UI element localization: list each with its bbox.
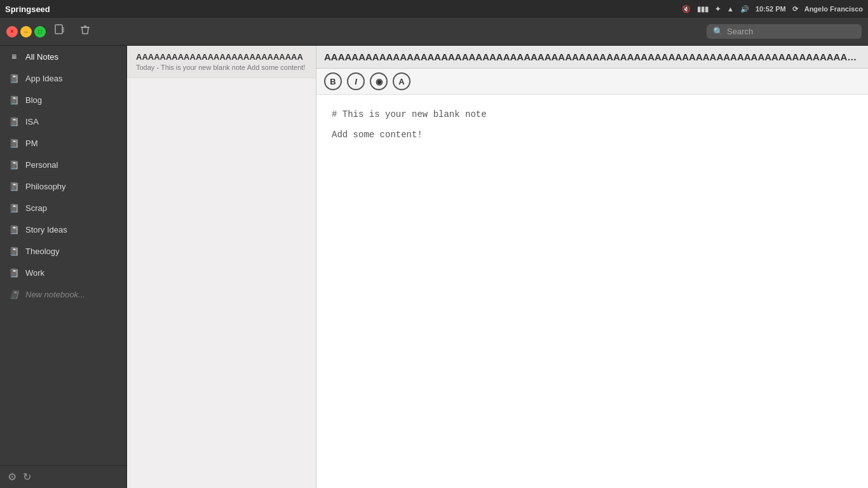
sidebar-item-label: Personal bbox=[25, 160, 58, 170]
toolbar-left: × – □ bbox=[6, 21, 97, 42]
note-body: Add some content! bbox=[332, 128, 853, 142]
editor-title[interactable]: AAAAAAAAAAAAAAAAAAAAAAAAAAAAAAAAAAAAAAAA… bbox=[316, 51, 868, 62]
search-icon: 🔍 bbox=[713, 27, 723, 36]
notebook-icon-blog: 📓 bbox=[9, 95, 19, 105]
bluetooth-icon: ✦ bbox=[715, 5, 721, 13]
sidebar-item-label: Scrap bbox=[25, 203, 47, 213]
clock: 10:52 PM bbox=[756, 5, 786, 13]
sidebar-item-scrap[interactable]: 📓 Scrap bbox=[0, 197, 126, 219]
sidebar-item-label: All Notes bbox=[25, 52, 58, 62]
editor-content[interactable]: # This is your new blank note Add some c… bbox=[316, 95, 868, 488]
close-button[interactable]: × bbox=[6, 26, 18, 37]
note-list-item[interactable]: AAAAAAAAAAAAAAAAAAAAAAAAAAAA Today - Thi… bbox=[127, 46, 316, 78]
notebook-icon-theology: 📓 bbox=[9, 246, 19, 256]
sidebar-item-label: Philosophy bbox=[25, 182, 66, 191]
new-notebook-item[interactable]: 📓 New notebook... bbox=[0, 283, 126, 305]
text-style-button[interactable]: A bbox=[393, 72, 410, 90]
note-preview-text: - This is your new blank note Add some c… bbox=[156, 64, 305, 71]
notebook-icon-personal: 📓 bbox=[9, 159, 19, 170]
app-title: Springseed bbox=[5, 4, 50, 14]
editor-area: AAAAAAAAAAAAAAAAAAAAAAAAAAAAAAAAAAAAAAAA… bbox=[316, 46, 868, 488]
sidebar-item-label: PM bbox=[25, 139, 38, 148]
editor-title-bar: AAAAAAAAAAAAAAAAAAAAAAAAAAAAAAAAAAAAAAAA… bbox=[316, 46, 868, 69]
sidebar-item-label: Story Ideas bbox=[25, 225, 67, 234]
sync-button[interactable]: ↻ bbox=[23, 471, 31, 483]
toolbar-right: 🔍 bbox=[707, 24, 862, 39]
toolbar: × – □ 🔍 bbox=[0, 18, 868, 46]
sidebar-item-label: Work bbox=[25, 268, 44, 278]
sidebar-item-personal[interactable]: 📓 Personal bbox=[0, 154, 126, 175]
notes-list: AAAAAAAAAAAAAAAAAAAAAAAAAAAA Today - Thi… bbox=[127, 46, 316, 488]
sync-status-icon: ⟳ bbox=[792, 5, 798, 13]
settings-button[interactable]: ⚙ bbox=[8, 471, 17, 483]
notebook-icon-scrap: 📓 bbox=[9, 203, 19, 213]
maximize-button[interactable]: □ bbox=[34, 26, 46, 37]
notebook-icon-isa: 📓 bbox=[9, 116, 19, 126]
sidebar-footer: ⚙ ↻ bbox=[0, 465, 126, 488]
new-notebook-label: New notebook... bbox=[25, 290, 85, 299]
note-date: Today - This is your new blank note Add … bbox=[136, 64, 307, 71]
title-bar-right: 🔇 ▮▮▮ ✦ ▲ 🔊 10:52 PM ⟳ Angelo Francisco bbox=[682, 5, 863, 13]
title-bar: Springseed 🔇 ▮▮▮ ✦ ▲ 🔊 10:52 PM ⟳ Angelo… bbox=[0, 0, 868, 18]
new-notebook-icon: 📓 bbox=[9, 289, 19, 299]
note-title: AAAAAAAAAAAAAAAAAAAAAAAAAAAA bbox=[136, 52, 307, 62]
sidebar-item-label: Theology bbox=[25, 247, 59, 256]
main-area: ≡ All Notes 📓 App Ideas 📓 Blog 📓 ISA 📓 P… bbox=[0, 46, 868, 488]
mute-icon: 🔇 bbox=[682, 5, 691, 13]
notebook-icon-pm: 📓 bbox=[9, 138, 19, 148]
sidebar-item-app-ideas[interactable]: 📓 App Ideas bbox=[0, 67, 126, 89]
sidebar-item-philosophy[interactable]: 📓 Philosophy bbox=[0, 175, 126, 197]
sidebar-item-blog[interactable]: 📓 Blog bbox=[0, 89, 126, 111]
minimize-button[interactable]: – bbox=[20, 26, 32, 37]
sidebar-item-pm[interactable]: 📓 PM bbox=[0, 132, 126, 154]
sidebar-item-label: Blog bbox=[25, 95, 42, 105]
title-bar-left: Springseed bbox=[5, 4, 50, 14]
notebook-icon-app-ideas: 📓 bbox=[9, 73, 19, 83]
note-heading: # This is your new blank note bbox=[332, 107, 853, 121]
wifi-icon: ▲ bbox=[727, 5, 734, 13]
sidebar: ≡ All Notes 📓 App Ideas 📓 Blog 📓 ISA 📓 P… bbox=[0, 46, 127, 488]
bullet-button[interactable]: ◉ bbox=[370, 72, 388, 90]
notebook-icon-story-ideas: 📓 bbox=[9, 224, 19, 234]
sidebar-item-story-ideas[interactable]: 📓 Story Ideas bbox=[0, 219, 126, 240]
sidebar-item-all-notes[interactable]: ≡ All Notes bbox=[0, 46, 126, 67]
sidebar-item-theology[interactable]: 📓 Theology bbox=[0, 240, 126, 262]
search-box[interactable]: 🔍 bbox=[707, 24, 862, 39]
italic-button[interactable]: I bbox=[347, 72, 365, 90]
svg-rect-0 bbox=[55, 25, 62, 34]
delete-button[interactable] bbox=[74, 21, 97, 42]
editor-toolbar: B I ◉ A bbox=[316, 69, 868, 95]
volume-icon: 🔊 bbox=[740, 5, 749, 13]
notebook-icon-work: 📓 bbox=[9, 268, 19, 278]
export-button[interactable] bbox=[48, 21, 71, 42]
battery-icon: ▮▮▮ bbox=[697, 5, 709, 13]
user-name: Angelo Francisco bbox=[804, 5, 863, 13]
search-input[interactable] bbox=[727, 27, 854, 36]
sidebar-item-isa[interactable]: 📓 ISA bbox=[0, 111, 126, 132]
notebook-icon-philosophy: 📓 bbox=[9, 181, 19, 191]
sidebar-item-work[interactable]: 📓 Work bbox=[0, 262, 126, 283]
sidebar-item-label: ISA bbox=[25, 117, 39, 126]
sidebar-item-label: App Ideas bbox=[25, 74, 63, 83]
bold-button[interactable]: B bbox=[324, 72, 342, 90]
all-notes-icon: ≡ bbox=[9, 51, 19, 62]
